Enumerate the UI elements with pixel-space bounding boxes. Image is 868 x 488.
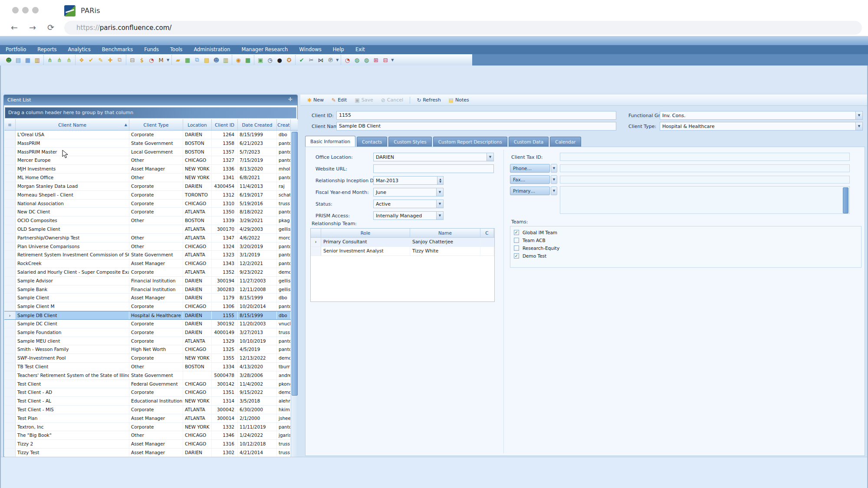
client-row[interactable]: TB Test ClientOtherBOSTON13344/13/2020tb…: [4, 363, 291, 371]
tab-custom-styles[interactable]: Custom Styles: [388, 137, 431, 147]
doc-add-icon[interactable]: ✚: [105, 55, 115, 65]
org-tree-icon-3[interactable]: ⋔: [64, 55, 74, 65]
window-minimize-dot[interactable]: [22, 7, 29, 13]
org-tree-icon-1[interactable]: ⋔: [45, 55, 55, 65]
calculator-icon[interactable]: ▦: [183, 55, 192, 65]
checkbox-unchecked[interactable]: [514, 246, 519, 251]
client-row[interactable]: New DC ClientCorporateATLANTA13508/18/20…: [4, 208, 291, 216]
client-row[interactable]: The "Big Book"OtherCHICAGO13461/24/2022j…: [4, 431, 291, 440]
spreadsheet-icon[interactable]: ▦: [243, 55, 253, 65]
team-item-global-im-team[interactable]: ✓Global IM Team: [510, 229, 861, 236]
menu-item-funds[interactable]: Funds: [138, 45, 164, 54]
doc-check-icon[interactable]: ✔: [86, 55, 96, 65]
client-row[interactable]: Teachers' Retirement System of the State…: [4, 371, 291, 380]
rel-column-header-name[interactable]: Name: [410, 229, 480, 237]
client-row[interactable]: Sample AdvisorFinancial InstitutionDARIE…: [4, 277, 291, 285]
menu-item-portfolio[interactable]: Portfolio: [0, 45, 32, 54]
client-row[interactable]: Sample BankFinancial InstitutionDARIEN30…: [4, 285, 291, 294]
client-row[interactable]: OCIO CompositesOtherBOSTON13393/29/2021p…: [4, 216, 291, 225]
client-row[interactable]: OLD Sample ClientATLANTA3001704/29/2003g…: [4, 225, 291, 234]
client-row[interactable]: RockCreekAsset ManagerCHICAGO134312/2/20…: [4, 259, 291, 268]
clock-icon[interactable]: ◷: [265, 55, 275, 65]
url-input[interactable]: https://paris.confluence.com/: [64, 21, 862, 35]
chevron-down-icon[interactable]: ▼: [436, 188, 443, 196]
client-row[interactable]: MassPRIM MasterLocal GovernmentBOSTON135…: [4, 148, 291, 157]
report-doc-icon[interactable]: ▤: [202, 55, 211, 65]
grid-view-icon[interactable]: ▦: [23, 55, 33, 65]
grid-scrollbar-thumb[interactable]: [292, 132, 298, 396]
refresh-button[interactable]: ↻Refresh: [413, 96, 444, 104]
client-row[interactable]: Sample DC ClientCorporateDARIEN30019211/…: [4, 320, 291, 328]
primary-dropdown-icon[interactable]: ▼: [551, 187, 557, 195]
textarea-scrollbar-thumb[interactable]: [843, 187, 848, 213]
menu-item-manager-research[interactable]: Manager Research: [236, 45, 294, 54]
client-row[interactable]: MJH InvestmentsAsset ManagerNEW YORK1336…: [4, 165, 291, 174]
client-row[interactable]: Tizzy TestAsset ManagerDARIEN13024/21/20…: [4, 449, 291, 457]
chevron-down-icon[interactable]: ▼: [855, 111, 862, 119]
client-row[interactable]: ›Sample DB ClientHospital & HealthcareDA…: [4, 311, 291, 320]
benchmark-m-icon[interactable]: M: [156, 55, 166, 65]
client-row[interactable]: ML Home OfficeOtherNEW YORK13416/8/2021p…: [4, 174, 291, 182]
functional-group-select[interactable]: Inv. Cons.▼: [660, 111, 863, 120]
client-row[interactable]: Partnership/Ownership TestOtherATLANTA13…: [4, 234, 291, 242]
tab-custom-data[interactable]: Custom Data: [509, 137, 549, 147]
check-icon[interactable]: ✔: [297, 55, 306, 65]
website-url-field[interactable]: [373, 164, 494, 173]
client-row[interactable]: Smith - Wesson FamilyHigh Net WorthCHICA…: [4, 345, 291, 354]
client-row[interactable]: Sample FoundationCorporateDARIEN40001493…: [4, 328, 291, 337]
doc-edit-icon[interactable]: ✎: [96, 55, 105, 65]
client-tax-id-field[interactable]: [560, 153, 850, 161]
relationship-team-row[interactable]: ›Primary ConsultantSanjoy Chatterjee: [311, 238, 494, 247]
spinner-icon[interactable]: ▲▼: [437, 177, 443, 184]
menu-item-benchmarks[interactable]: Benchmarks: [96, 45, 139, 54]
menu-item-exit[interactable]: Exit: [350, 45, 371, 54]
calendar-info-icon[interactable]: ⊞: [371, 55, 381, 65]
fax-field[interactable]: [560, 176, 850, 183]
client-type-select[interactable]: Hospital & Healthcare▼: [660, 122, 863, 131]
window-close-dot[interactable]: [12, 7, 19, 13]
prism-access-select[interactable]: Internally Managed▼: [373, 211, 444, 220]
chevron-down-icon[interactable]: ▼: [487, 153, 493, 161]
gauge-icon[interactable]: ◔: [147, 55, 156, 65]
forward-icon[interactable]: →: [27, 23, 38, 32]
client-row[interactable]: Retirement System Investment Commission …: [4, 251, 291, 259]
globe-icon-1[interactable]: ◍: [352, 55, 362, 65]
select-all-header[interactable]: ▦: [4, 119, 16, 130]
user-key-icon[interactable]: ✪: [284, 55, 294, 65]
client-id-field[interactable]: 1155: [336, 111, 616, 120]
menu-item-analytics[interactable]: Analytics: [62, 45, 96, 54]
client-row[interactable]: L'Oreal USACorporateDARIEN12648/15/1999d…: [4, 131, 291, 139]
client-row[interactable]: MassPRIMState GovernmentBOSTON13586/21/2…: [4, 139, 291, 148]
phone-dropdown-icon[interactable]: ▼: [551, 164, 557, 173]
group-by-bar[interactable]: Drag a column header here to group by th…: [5, 107, 296, 118]
grid-scrollbar[interactable]: [291, 131, 298, 457]
team-item-team-acb[interactable]: Team ACB: [510, 236, 861, 244]
column-header-client-name[interactable]: Client Name▲: [16, 119, 129, 130]
new-button[interactable]: ✱New: [304, 96, 327, 104]
client-name-field[interactable]: Sample DB Client: [336, 122, 616, 131]
client-row[interactable]: Sample MEU clientCorporateATLANTA132910/…: [4, 337, 291, 346]
sphere-icon[interactable]: ●: [275, 55, 284, 65]
menu-item-tools[interactable]: Tools: [164, 45, 188, 54]
money-icon[interactable]: $: [137, 55, 147, 65]
client-row[interactable]: National AssociationCorporateCHICAGO1310…: [4, 200, 291, 208]
analyst-icon[interactable]: ☻: [211, 55, 221, 65]
column-header-location[interactable]: Location: [183, 119, 212, 130]
toolbar-overflow-icon[interactable]: ▼: [166, 58, 170, 62]
rel-column-header-c[interactable]: C: [480, 229, 494, 237]
office-location-select[interactable]: DARIEN▼: [373, 153, 494, 161]
client-row[interactable]: Tizzy 2Asset ManagerCHICAGO131610/12/201…: [4, 440, 291, 449]
primary-button[interactable]: Primary…: [510, 187, 550, 195]
fax-button[interactable]: Fax…: [510, 175, 550, 184]
menu-item-reports[interactable]: Reports: [32, 45, 62, 54]
phone-button[interactable]: Phone…: [510, 164, 550, 173]
user-icon[interactable]: ☻: [4, 55, 13, 65]
tab-custom-report-descriptions[interactable]: Custom Report Descriptions: [433, 137, 507, 147]
tab-contacts[interactable]: Contacts: [357, 137, 387, 147]
toolbar-overflow-icon[interactable]: ▼: [390, 58, 395, 62]
cut-icon[interactable]: ✂: [306, 55, 316, 65]
client-row[interactable]: Textron, IncCorporateNEW YORK133211/11/2…: [4, 423, 291, 432]
chevron-down-icon[interactable]: ▼: [436, 200, 443, 208]
chevron-down-icon[interactable]: ▼: [855, 122, 862, 130]
client-row[interactable]: Plan Universe ComparisonsOtherCHICAGO132…: [4, 242, 291, 251]
